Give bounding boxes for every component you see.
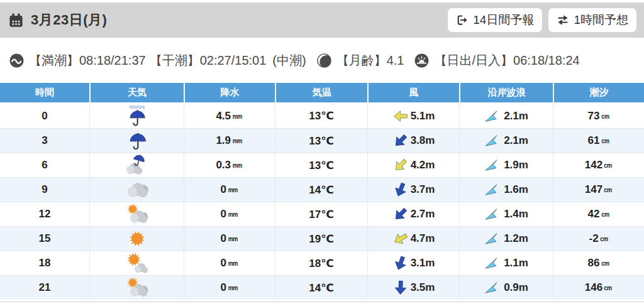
- time-cell: 12: [0, 202, 89, 226]
- precipitation-cell: 4.5mm: [184, 104, 275, 128]
- column-header: 沿岸波浪: [459, 83, 553, 102]
- table-row: 18 0mm18℃3.1m1.1m86cm: [0, 251, 644, 275]
- fourteen-day-forecast-label: 14日間予報: [473, 12, 534, 28]
- coastal-wave-cell: 2.1m: [459, 104, 553, 128]
- wind-direction-arrow-icon: [392, 280, 409, 296]
- temperature-cell: 14℃: [275, 178, 367, 202]
- weather-cell: [89, 178, 184, 202]
- sun-cloud-icon: [126, 252, 148, 274]
- bottom-divider: [0, 301, 644, 302]
- precipitation-cell: 1.9mm: [184, 129, 275, 153]
- cloud-rain-icon: [126, 154, 148, 176]
- sunrise-sunset-times: 06:18/18:24: [513, 53, 580, 68]
- low-tide-label: 【干潮】: [150, 52, 200, 69]
- tide-level-cell: 61cm: [553, 129, 644, 153]
- external-forecast-icon: [456, 14, 469, 26]
- table-row: 6 0.3mm13℃4.2m1.9m142cm: [0, 153, 644, 177]
- column-header: 時間: [0, 83, 89, 102]
- wave-direction-arrow-icon: [484, 256, 498, 270]
- high-tide-times: 08:18/21:37: [79, 53, 146, 68]
- wind-cell: 3.8m: [367, 129, 459, 153]
- wave-direction-arrow-icon: [484, 109, 498, 123]
- sunny-icon: [126, 227, 148, 250]
- wind-cell: 5.1m: [367, 104, 459, 128]
- column-header: 気温: [275, 83, 367, 102]
- wave-direction-arrow-icon: [484, 134, 498, 148]
- tide-level-cell: 73cm: [553, 104, 644, 128]
- time-cell: 3: [0, 129, 89, 153]
- wind-cell: 4.2m: [367, 153, 459, 177]
- tide-level-cell: 146cm: [553, 276, 644, 300]
- heavy-rain-icon: [126, 105, 148, 128]
- sunrise-sunset-label: 【日出/日入】: [434, 52, 513, 69]
- table-header-row: 時間天気降水気温風沿岸波浪潮汐: [0, 83, 644, 104]
- tide-level-cell: 42cm: [553, 202, 644, 226]
- temperature-cell: 13℃: [275, 104, 367, 128]
- cloud-sun-icon: [126, 276, 148, 299]
- swap-icon: [557, 14, 569, 26]
- time-cell: 0: [0, 104, 89, 128]
- tide-level-cell: 142cm: [553, 153, 644, 177]
- time-cell: 15: [0, 227, 89, 251]
- cloudy-icon: [126, 178, 148, 201]
- tide-summary-bar: 【満潮】 08:18/21:37 【干潮】 02:27/15:01 (中潮) 【…: [0, 38, 644, 83]
- column-header: 風: [367, 83, 459, 102]
- column-header: 潮汐: [553, 83, 644, 102]
- date-label: 3月23日(月): [31, 11, 107, 30]
- time-cell: 21: [0, 276, 89, 300]
- sunrise-icon: [414, 53, 430, 68]
- column-header: 降水: [184, 83, 275, 102]
- time-cell: 9: [0, 178, 89, 202]
- wind-cell: 3.1m: [367, 251, 459, 275]
- wind-direction-arrow-icon: [392, 157, 409, 173]
- table-row: 21 0mm14℃3.5m0.9m146cm: [0, 275, 644, 300]
- temperature-cell: 19℃: [275, 227, 367, 251]
- weather-cell: [89, 202, 184, 226]
- coastal-wave-cell: 1.9m: [459, 153, 553, 177]
- weather-cell: [89, 227, 184, 251]
- table-row: 0 4.5mm13℃5.1m2.1m73cm: [0, 104, 644, 128]
- coastal-wave-cell: 2.1m: [459, 129, 553, 153]
- temperature-cell: 13℃: [275, 153, 367, 177]
- table-row: 150mm19℃4.7m1.2m-2cm: [0, 226, 644, 251]
- tide-level-cell: 147cm: [553, 178, 644, 202]
- tide-state: (中潮): [272, 52, 306, 69]
- coastal-wave-cell: 1.6m: [459, 178, 553, 202]
- weather-cell: [89, 276, 184, 300]
- table-row: 12 0mm17℃2.7m1.4m42cm: [0, 202, 644, 226]
- wave-direction-arrow-icon: [484, 207, 498, 221]
- precipitation-cell: 0mm: [184, 202, 275, 226]
- weather-cell: [89, 129, 184, 153]
- wind-direction-arrow-icon: [392, 108, 409, 124]
- wind-direction-arrow-icon: [392, 255, 409, 271]
- wave-direction-arrow-icon: [484, 281, 498, 295]
- weather-cell: [89, 104, 184, 128]
- low-tide-times: 02:27/15:01: [200, 53, 267, 68]
- wave-direction-arrow-icon: [484, 158, 498, 172]
- weather-cell: [89, 153, 184, 177]
- wind-cell: 3.7m: [367, 178, 459, 202]
- moon-icon: [316, 53, 332, 68]
- precipitation-cell: 0mm: [184, 276, 275, 300]
- fourteen-day-forecast-button[interactable]: 14日間予報: [448, 8, 542, 32]
- temperature-cell: 14℃: [275, 276, 367, 300]
- table-row: 9 0mm14℃3.7m1.6m147cm: [0, 177, 644, 202]
- high-tide-label: 【満潮】: [29, 52, 79, 69]
- precipitation-cell: 0mm: [184, 251, 275, 275]
- top-date-bar: 3月23日(月) 14日間予報 1時間予想: [0, 3, 644, 38]
- wind-direction-arrow-icon: [392, 182, 409, 198]
- cloud-sun-icon: [126, 203, 148, 225]
- wave-direction-arrow-icon: [484, 232, 498, 246]
- temperature-cell: 17℃: [275, 202, 367, 226]
- tide-level-cell: -2cm: [553, 227, 644, 251]
- wind-cell: 4.7m: [367, 227, 459, 251]
- coastal-wave-cell: 1.2m: [459, 227, 553, 251]
- hourly-forecast-label: 1時間予想: [574, 12, 628, 28]
- table-row: 3 1.9mm13℃3.8m2.1m61cm: [0, 128, 644, 153]
- hourly-forecast-button[interactable]: 1時間予想: [548, 8, 636, 32]
- time-cell: 6: [0, 153, 89, 177]
- coastal-wave-cell: 1.1m: [459, 251, 553, 275]
- weather-cell: [89, 251, 184, 275]
- precipitation-cell: 0mm: [184, 227, 275, 251]
- column-header: 天気: [89, 83, 184, 102]
